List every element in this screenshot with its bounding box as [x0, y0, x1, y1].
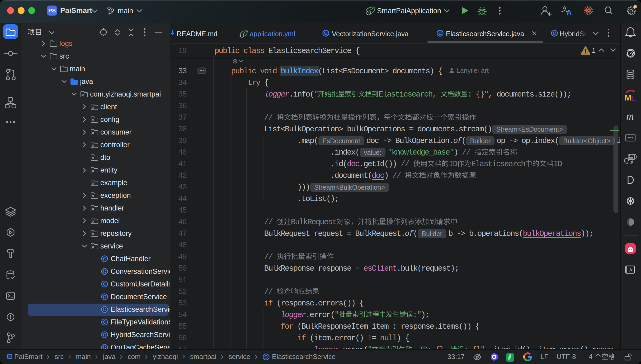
svg-text:C: C — [103, 307, 106, 312]
svg-text:L: L — [631, 94, 636, 103]
svg-text:C: C — [103, 332, 106, 337]
svg-text:m: m — [626, 110, 634, 122]
svg-text:C: C — [103, 282, 106, 287]
svg-text:C: C — [103, 256, 106, 261]
svg-text:C: C — [103, 294, 106, 299]
svg-text:C: C — [103, 269, 106, 274]
svg-text:A: A — [629, 268, 632, 272]
svg-text:M: M — [625, 93, 631, 102]
svg-text:C: C — [265, 355, 268, 360]
svg-text:C: C — [103, 320, 106, 325]
svg-text:C: C — [103, 345, 106, 349]
